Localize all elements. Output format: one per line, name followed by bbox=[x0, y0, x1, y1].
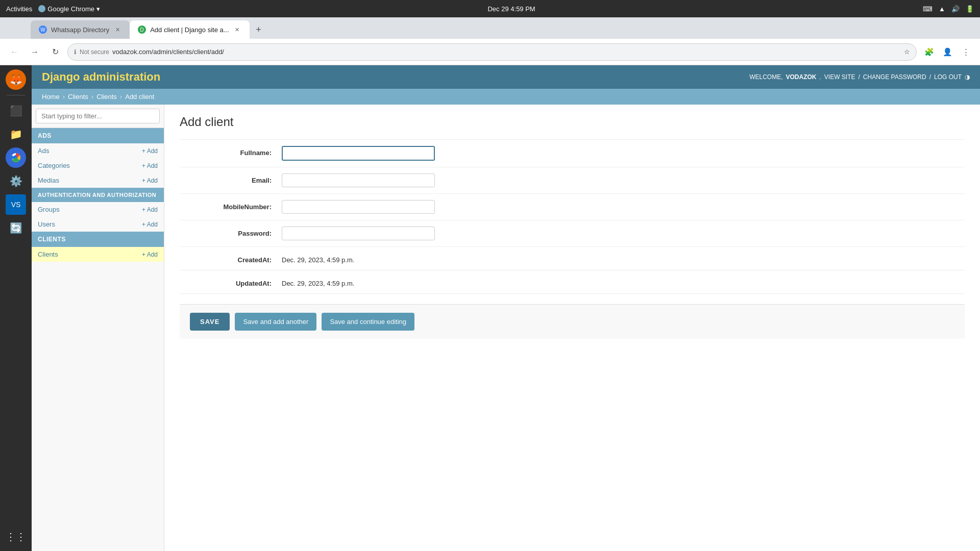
form-row-createdat: CreatedAt: Dec. 29, 2023, 4:59 p.m. bbox=[180, 247, 965, 270]
input-email[interactable] bbox=[282, 173, 435, 187]
taskbar-vscode[interactable]: VS bbox=[6, 194, 26, 215]
toolbar-actions: 🧩 👤 ⋮ bbox=[921, 44, 974, 60]
sidebar-item-categories[interactable]: Categories + Add bbox=[32, 158, 164, 173]
reload-button[interactable]: ↻ bbox=[47, 44, 63, 60]
field-mobile bbox=[282, 200, 965, 214]
sidebar-link-clients[interactable]: Clients bbox=[38, 251, 58, 258]
save-button[interactable]: SAVE bbox=[190, 313, 230, 331]
sidebar-link-groups[interactable]: Groups bbox=[38, 206, 60, 213]
form-table: Fullname: Email: MobileN bbox=[180, 139, 965, 294]
address-bar[interactable]: ℹ Not secure vodazok.com/admin/clients/c… bbox=[67, 43, 917, 61]
sidebar-filter-input[interactable] bbox=[36, 109, 160, 123]
breadcrumb-sep3: › bbox=[120, 93, 122, 101]
breadcrumb-clients-app[interactable]: Clients bbox=[68, 93, 88, 101]
submit-row: SAVE Save and add another Save and conti… bbox=[180, 304, 965, 339]
view-site-link[interactable]: VIEW SITE bbox=[824, 73, 855, 81]
browser-toolbar: ← → ↻ ℹ Not secure vodazok.com/admin/cli… bbox=[0, 39, 980, 65]
extensions-button[interactable]: 🧩 bbox=[921, 44, 937, 60]
taskbar-chrome[interactable] bbox=[6, 147, 26, 168]
welcome-text: WELCOME, bbox=[749, 73, 782, 81]
sidebar-item-medias[interactable]: Medias + Add bbox=[32, 173, 164, 188]
os-bar-right: ⌨ ▲ 🔊 🔋 bbox=[923, 5, 974, 13]
sidebar-add-medias[interactable]: + Add bbox=[142, 177, 158, 184]
value-updatedat: Dec. 29, 2023, 4:59 p.m. bbox=[282, 277, 354, 287]
profile-button[interactable]: 👤 bbox=[939, 44, 955, 60]
username-text: VODAZOK bbox=[786, 73, 816, 81]
taskbar-update[interactable]: 🔄 bbox=[6, 218, 26, 238]
label-mobile: MobileNumber: bbox=[180, 200, 282, 211]
sidebar-item-groups[interactable]: Groups + Add bbox=[32, 202, 164, 217]
label-updatedat: UpdatedAt: bbox=[180, 277, 282, 287]
tab-add-client[interactable]: D Add client | Django site a... ✕ bbox=[130, 20, 249, 39]
form-row-mobile: MobileNumber: bbox=[180, 194, 965, 220]
sidebar-add-groups[interactable]: + Add bbox=[142, 206, 158, 213]
sidebar-add-users[interactable]: + Add bbox=[142, 221, 158, 228]
label-password: Password: bbox=[180, 227, 282, 237]
forward-button[interactable]: → bbox=[27, 44, 43, 60]
breadcrumb-sep2: › bbox=[91, 93, 93, 101]
browser-name-label[interactable]: Google Chrome bbox=[47, 5, 94, 13]
back-button[interactable]: ← bbox=[6, 44, 22, 60]
menu-button[interactable]: ⋮ bbox=[958, 44, 974, 60]
theme-icon[interactable]: ◑ bbox=[965, 73, 970, 81]
form-row-password: Password: bbox=[180, 220, 965, 247]
form-row-fullname: Fullname: bbox=[180, 139, 965, 167]
input-fullname[interactable] bbox=[282, 146, 435, 161]
save-add-button[interactable]: Save and add another bbox=[235, 313, 316, 331]
label-fullname: Fullname: bbox=[180, 146, 282, 157]
taskbar-grid[interactable]: ⋮⋮ bbox=[6, 527, 26, 547]
change-password-link[interactable]: CHANGE PASSWORD bbox=[863, 73, 926, 81]
sidebar-link-categories[interactable]: Categories bbox=[38, 162, 70, 169]
sidebar-section-header-auth: AUTHENTICATION AND AUTHORIZATION bbox=[32, 188, 164, 202]
tab2-close[interactable]: ✕ bbox=[233, 26, 241, 34]
sidebar-section-auth: AUTHENTICATION AND AUTHORIZATION Groups … bbox=[32, 188, 164, 232]
input-mobile[interactable] bbox=[282, 200, 435, 214]
url-text[interactable]: vodazok.com/admin/clients/client/add/ bbox=[112, 48, 901, 56]
sidebar-link-medias[interactable]: Medias bbox=[38, 177, 59, 184]
sidebar-item-ads[interactable]: Ads + Add bbox=[32, 143, 164, 158]
sidebar-add-categories[interactable]: + Add bbox=[142, 162, 158, 169]
tab-bar: W Whatsapp Directory ✕ D Add client | Dj… bbox=[0, 17, 980, 39]
sidebar: ADS Ads + Add Categories + Add Medias + … bbox=[32, 105, 164, 551]
not-secure-label: Not secure bbox=[80, 48, 109, 56]
sidebar-link-users[interactable]: Users bbox=[38, 220, 55, 228]
tab1-close[interactable]: ✕ bbox=[113, 26, 121, 34]
form-row-updatedat: UpdatedAt: Dec. 29, 2023, 4:59 p.m. bbox=[180, 270, 965, 294]
os-top-bar: Activities Google Chrome ▾ Dec 29 4:59 P… bbox=[0, 0, 980, 17]
django-header: Django administration WELCOME, VODAZOK. … bbox=[32, 65, 980, 89]
keyboard-icon: ⌨ bbox=[923, 5, 933, 13]
taskbar-terminal[interactable]: ⬛ bbox=[6, 101, 26, 121]
taskbar-settings[interactable]: ⚙️ bbox=[6, 171, 26, 191]
sidebar-section-header-ads: ADS bbox=[32, 128, 164, 143]
tab1-title: Whatsapp Directory bbox=[51, 26, 109, 34]
activities-label[interactable]: Activities bbox=[6, 5, 32, 13]
star-icon[interactable]: ☆ bbox=[904, 48, 910, 56]
field-fullname bbox=[282, 146, 965, 161]
sidebar-link-ads[interactable]: Ads bbox=[38, 147, 49, 155]
form-row-email: Email: bbox=[180, 167, 965, 194]
save-continue-button[interactable]: Save and continue editing bbox=[322, 313, 414, 331]
tab1-favicon: W bbox=[39, 26, 47, 34]
new-tab-button[interactable]: + bbox=[252, 22, 266, 37]
breadcrumb: Home › Clients › Clients › Add client bbox=[32, 89, 980, 105]
logout-link[interactable]: LOG OUT bbox=[934, 73, 962, 81]
linux-taskbar: 🦊 ⬛ 📁 ⚙️ VS 🔄 ⋮⋮ bbox=[0, 65, 32, 551]
taskbar-firefox[interactable]: 🦊 bbox=[6, 69, 26, 90]
sidebar-section-header-clients: CLIENTS bbox=[32, 232, 164, 247]
breadcrumb-sep1: › bbox=[63, 93, 65, 101]
breadcrumb-clients-model[interactable]: Clients bbox=[96, 93, 117, 101]
sidebar-add-ads[interactable]: + Add bbox=[142, 147, 158, 155]
breadcrumb-home[interactable]: Home bbox=[42, 93, 60, 101]
sidebar-section-ads: ADS Ads + Add Categories + Add Medias + … bbox=[32, 128, 164, 188]
tab-whatsapp-directory[interactable]: W Whatsapp Directory ✕ bbox=[31, 20, 130, 39]
sidebar-item-users[interactable]: Users + Add bbox=[32, 217, 164, 232]
datetime-label: Dec 29 4:59 PM bbox=[487, 5, 535, 13]
taskbar-files[interactable]: 📁 bbox=[6, 124, 26, 144]
sidebar-add-clients[interactable]: + Add bbox=[142, 251, 158, 258]
breadcrumb-current: Add client bbox=[125, 93, 154, 101]
os-datetime: Dec 29 4:59 PM bbox=[487, 5, 535, 13]
battery-icon: 🔋 bbox=[966, 5, 974, 13]
input-password[interactable] bbox=[282, 227, 435, 240]
not-secure-icon: ℹ bbox=[74, 48, 77, 56]
sidebar-item-clients[interactable]: Clients + Add bbox=[32, 247, 164, 262]
